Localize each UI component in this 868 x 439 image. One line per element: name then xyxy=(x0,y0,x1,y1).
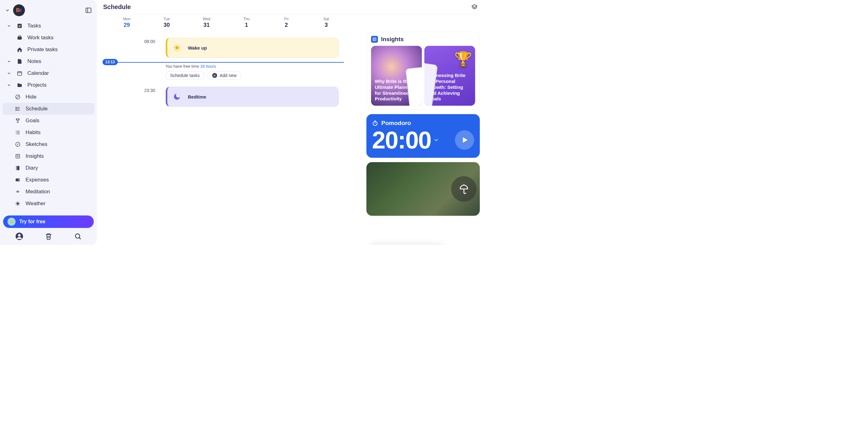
svg-point-15 xyxy=(16,110,16,111)
add-new-button[interactable]: + Add new xyxy=(208,71,241,80)
nav-schedule[interactable]: Schedule xyxy=(2,103,94,115)
nav-projects[interactable]: Projects xyxy=(2,79,94,91)
day-column[interactable]: Wed31 xyxy=(187,17,226,28)
event-wake-up[interactable]: Wake up xyxy=(166,38,339,58)
current-time-indicator: 13:13 xyxy=(107,62,344,63)
sun-icon xyxy=(172,42,182,53)
svg-line-48 xyxy=(175,50,175,50)
try-free-label: Try for free xyxy=(19,219,45,225)
schedule-tasks-button[interactable]: Schedule tasks xyxy=(165,71,205,80)
day-column[interactable]: Mon29 xyxy=(107,17,147,28)
nav-sketches[interactable]: Sketches xyxy=(2,139,94,150)
nav-label: Insights xyxy=(26,153,44,159)
svg-point-14 xyxy=(16,109,16,109)
nav-habits[interactable]: Habits xyxy=(2,126,94,139)
day-name: Sat xyxy=(306,17,346,21)
hide-icon xyxy=(14,93,21,100)
nav-label: Diary xyxy=(26,165,38,171)
pomodoro-time: 20:00 xyxy=(372,128,431,152)
event-bedtime[interactable]: Bedtime xyxy=(166,87,339,107)
nav-hide[interactable]: Hide xyxy=(2,91,94,103)
chevron-down-icon xyxy=(6,24,12,28)
nav-meditation[interactable]: Meditation xyxy=(2,186,94,198)
day-number: 2 xyxy=(267,22,306,28)
pomodoro-duration-dropdown[interactable] xyxy=(433,137,439,143)
day-name: Wed xyxy=(187,17,226,21)
nav-diary[interactable]: Diary xyxy=(2,162,94,174)
nav-private-tasks[interactable]: Private tasks xyxy=(2,43,94,56)
moon-icon xyxy=(172,91,182,102)
svg-marker-40 xyxy=(472,4,477,7)
nav-label: Hide xyxy=(26,94,36,100)
nav-expenses[interactable]: Expenses xyxy=(2,174,94,186)
lotus-icon xyxy=(14,188,21,195)
nav-tasks[interactable]: Tasks xyxy=(2,20,94,32)
calendar-icon xyxy=(16,70,23,77)
folder-icon xyxy=(16,82,23,89)
pomodoro-play-button[interactable] xyxy=(455,130,474,150)
trophy-icon xyxy=(14,117,21,124)
svg-line-30 xyxy=(16,202,17,203)
time-label: 23:30 xyxy=(97,87,160,93)
layers-icon[interactable] xyxy=(471,4,478,10)
app-logo[interactable]: Br xyxy=(13,4,25,16)
pomodoro-card: Pomodoro 20:00 1 hour45 minutes30 minute… xyxy=(366,114,480,158)
svg-point-13 xyxy=(16,107,16,108)
search-icon[interactable] xyxy=(74,233,82,240)
nav-weather[interactable]: Weather xyxy=(2,198,94,209)
day-name: Thu xyxy=(226,17,267,21)
svg-rect-0 xyxy=(86,8,91,13)
chevron-down-icon xyxy=(6,83,12,87)
news-icon xyxy=(14,153,21,159)
panel-toggle-icon[interactable] xyxy=(85,7,92,14)
day-number: 30 xyxy=(147,22,187,28)
insight-article-2[interactable]: 🏆 Harnessing Brite for Personal Growth: … xyxy=(424,46,475,106)
nav-insights[interactable]: Insights xyxy=(2,150,94,162)
page-title: Schedule xyxy=(103,3,131,10)
day-column[interactable]: Sat3 xyxy=(306,17,346,28)
day-column[interactable]: Fri2 xyxy=(267,17,306,28)
account-icon[interactable] xyxy=(15,232,23,240)
day-number: 31 xyxy=(187,22,226,28)
trophy-icon: 🏆 xyxy=(454,50,472,68)
nav-label: Meditation xyxy=(26,188,50,195)
nav-calendar[interactable]: Calendar xyxy=(2,67,94,79)
nav-notes[interactable]: Notes xyxy=(2,56,94,67)
insight-article-1[interactable]: Why Brite is the Ultimate Planner for St… xyxy=(371,46,422,106)
nav-label: Habits xyxy=(26,129,40,136)
checkbox-icon xyxy=(16,23,23,29)
day-column[interactable]: Thu1 xyxy=(226,17,267,28)
svg-point-25 xyxy=(17,203,19,205)
chevron-down-icon[interactable] xyxy=(5,8,10,13)
schedule-icon xyxy=(14,106,21,112)
sidebar: Br Tasks Work tasks Private tasks xyxy=(0,0,97,245)
document-icon xyxy=(16,58,23,65)
insights-card: Insights Why Brite is the Ultimate Plann… xyxy=(366,32,480,110)
trash-icon[interactable] xyxy=(45,233,52,240)
svg-line-47 xyxy=(179,50,180,50)
book-icon xyxy=(14,165,21,172)
svg-rect-50 xyxy=(373,38,376,40)
nav-label: Notes xyxy=(27,58,41,64)
time-label: 08:00 xyxy=(97,38,160,44)
widget-image-card[interactable]: Add xyxy=(366,162,480,216)
nav-label: Weather xyxy=(26,201,45,207)
day-number: 1 xyxy=(226,22,267,28)
svg-line-46 xyxy=(175,45,175,46)
try-for-free-button[interactable]: ★ Try for free xyxy=(3,215,94,228)
svg-marker-56 xyxy=(463,137,468,143)
svg-point-41 xyxy=(175,46,179,50)
nav-work-tasks[interactable]: Work tasks xyxy=(2,32,94,43)
svg-line-49 xyxy=(179,45,180,46)
week-header: Mon29Tue30Wed31Thu1Fri2Sat3 xyxy=(107,16,484,28)
day-name: Fri xyxy=(267,17,306,21)
nav-goals[interactable]: Goals xyxy=(2,115,94,126)
nav: Tasks Work tasks Private tasks Notes Cal… xyxy=(2,20,94,213)
day-column[interactable]: Tue30 xyxy=(147,17,187,28)
day-number: 29 xyxy=(107,22,147,28)
nav-label: Goals xyxy=(26,118,39,124)
insights-title: Insights xyxy=(381,36,404,43)
umbrella-icon[interactable] xyxy=(451,176,477,202)
insights-icon xyxy=(371,36,378,43)
main-header: Schedule xyxy=(97,0,484,14)
